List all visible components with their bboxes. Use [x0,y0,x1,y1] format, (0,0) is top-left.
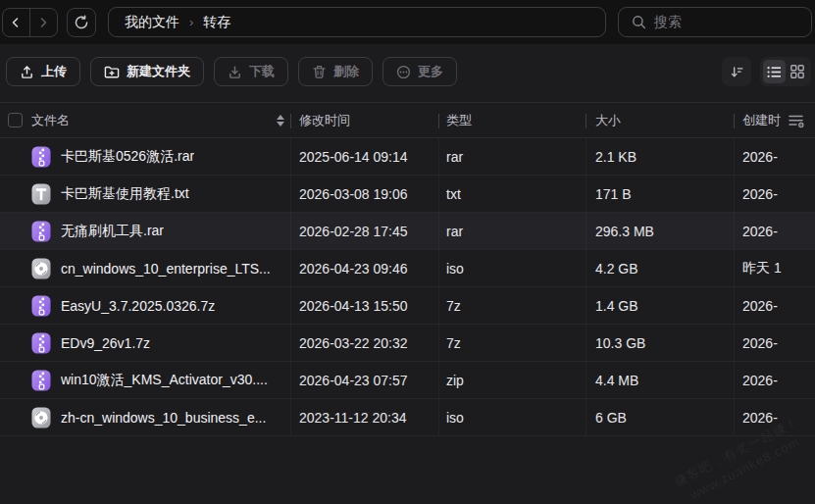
delete-button[interactable]: 删除 [298,57,373,86]
file-size-text: 2.1 KB [595,149,637,165]
file-name: EasyU_3.7.2025.0326.7z [61,298,215,314]
refresh-button[interactable] [67,8,96,37]
list-view-button[interactable] [763,60,786,83]
created-time-text: 2026- [742,224,778,239]
file-name-cell: win10激活_KMS_Activator_v30.... [0,362,290,398]
file-name-cell: 卡巴斯基0526激活.rar [0,138,290,175]
table-row[interactable]: 无痛刷机工具.rar2026-02-28 17:45rar296.3 MB202… [0,213,815,250]
file-name: win10激活_KMS_Activator_v30.... [61,372,268,389]
file-name: 卡巴斯基0526激活.rar [61,148,194,166]
file-type: 7z [438,287,586,324]
table-row[interactable]: EasyU_3.7.2025.0326.7z2026-04-13 15:507z… [0,287,815,325]
upload-label: 上传 [41,63,67,80]
search-input[interactable]: 搜索 [618,7,812,37]
file-type-text: txt [446,186,461,202]
column-label-created: 创建时 [742,112,781,129]
refresh-icon [74,15,89,30]
file-size: 1.4 GB [586,287,734,324]
grid-view-icon [790,65,804,78]
search-placeholder: 搜索 [654,14,682,31]
download-button[interactable]: 下载 [214,57,288,86]
select-all-checkbox[interactable] [8,113,23,127]
grid-view-button[interactable] [786,60,808,83]
created-time-text: 2026- [742,335,778,351]
modified-time-text: 2026-03-22 20:32 [299,335,408,351]
toolbar-right [722,57,811,86]
file-type-text: zip [446,373,464,388]
created-time-text: 2026- [742,149,778,165]
sort-down-icon [277,122,284,126]
breadcrumb-item-my-files[interactable]: 我的文件 [125,14,179,31]
table-row[interactable]: win10激活_KMS_Activator_v30....2026-04-23 … [0,362,815,399]
file-type: rar [438,213,586,249]
view-toggle [760,57,811,86]
modified-time-text: 2026-03-08 19:06 [299,186,408,202]
modified-time-text: 2026-02-28 17:45 [299,224,408,239]
modified-time: 2026-04-13 15:50 [290,287,438,324]
header-cell-type[interactable]: 类型 [438,103,586,137]
more-icon [396,65,411,79]
file-size: 10.3 GB [586,325,734,361]
file-name-cell: EDv9_26v1.7z [0,325,290,361]
header-cell-modified[interactable]: 修改时间 [290,103,438,137]
table-row[interactable]: 卡巴斯基0526激活.rar2025-06-14 09:14rar2.1 KB2… [0,138,815,176]
chevron-left-icon [10,17,22,28]
modified-time: 2026-03-22 20:32 [290,325,438,361]
upload-icon [20,65,34,79]
column-label-type: 类型 [446,112,472,129]
file-name-cell: EasyU_3.7.2025.0326.7z [0,287,290,324]
created-time: 2026- [734,362,815,398]
toolbar: 上传 新建文件夹 下载 [0,57,815,86]
table-row[interactable]: cn_windows_10_enterprise_LTS...2026-04-2… [0,250,815,287]
breadcrumb-item-current[interactable]: 转存 [203,14,230,31]
new-folder-button[interactable]: 新建文件夹 [90,57,204,86]
table-row[interactable]: EDv9_26v1.7z2026-03-22 20:327z10.3 GB202… [0,325,815,362]
watermark-line2: www.zuanke8.com [680,428,810,504]
file-size-text: 4.2 GB [595,261,638,277]
file-type: txt [438,176,586,212]
file-name: 卡巴斯基使用教程.txt [61,185,189,203]
file-name-cell: 无痛刷机工具.rar [0,213,290,249]
file-size-text: 6 GB [595,410,627,426]
created-time: 2026- [734,138,815,175]
modified-time: 2026-04-23 07:57 [290,362,438,398]
back-button[interactable] [3,9,30,36]
created-time: 2026- [734,287,815,324]
file-size: 171 B [586,176,734,212]
forward-button[interactable] [30,9,58,36]
file-type-text: 7z [446,335,461,351]
header-cell-filename: 文件名 [0,103,290,137]
top-bar: 我的文件 › 转存 搜索 [0,0,815,44]
archive-file-icon [29,145,53,169]
file-name-cell: cn_windows_10_enterprise_LTS... [0,250,290,286]
file-type: iso [438,250,586,286]
created-time-text: 2026- [742,410,778,426]
filename-sort-control[interactable] [277,115,284,126]
breadcrumb-separator: › [189,15,193,29]
modified-time: 2026-03-08 19:06 [290,176,438,212]
file-type: zip [438,362,586,398]
file-size: 6 GB [586,399,734,435]
created-time-text: 2026- [742,373,778,388]
file-size: 4.2 GB [586,250,734,286]
column-label-size: 大小 [595,112,621,129]
table-row[interactable]: zh-cn_windows_10_business_e...2023-11-12… [0,399,815,436]
more-button[interactable]: 更多 [382,57,457,86]
archive-file-icon [29,331,53,355]
file-size: 4.4 MB [586,362,734,398]
file-list: 卡巴斯基0526激活.rar2025-06-14 09:14rar2.1 KB2… [0,138,815,436]
created-time: 2026- [734,213,815,249]
column-label-filename: 文件名 [31,112,70,129]
header-cell-size[interactable]: 大小 [586,103,734,137]
created-time: 昨天 1 [734,250,815,286]
column-settings-button[interactable] [785,112,808,130]
upload-button[interactable]: 上传 [6,57,80,86]
download-label: 下载 [249,63,275,80]
file-type-text: 7z [446,298,461,314]
history-nav-group [2,8,58,37]
column-label-modified: 修改时间 [299,112,350,129]
modified-time-text: 2026-04-23 07:57 [299,373,408,388]
table-row[interactable]: 卡巴斯基使用教程.txt2026-03-08 19:06txt171 B2026… [0,176,815,213]
sort-order-button[interactable] [722,57,751,86]
modified-time-text: 2026-04-23 09:46 [299,261,408,277]
